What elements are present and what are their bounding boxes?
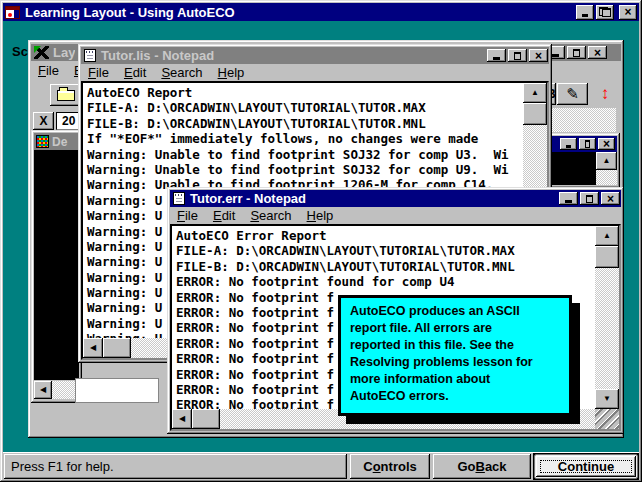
label-part: inue xyxy=(587,459,614,474)
fragment-close-button[interactable]: × xyxy=(598,138,615,150)
report-line: FILE-B: D:\ORCADWIN\LAYOUT\TUTORIAL\TUTO… xyxy=(87,116,523,131)
design-window: De ◀ xyxy=(31,130,82,403)
scroll-down-button[interactable]: ▼ xyxy=(595,389,619,409)
minimize-icon xyxy=(493,57,500,60)
layout-close-button[interactable]: × xyxy=(588,46,607,59)
tutor-err-menubar: FileEditSearchHelp xyxy=(170,207,621,224)
fragment-titlebar[interactable]: × xyxy=(549,136,617,152)
maximize-icon xyxy=(573,49,580,57)
toolbar-background xyxy=(552,108,616,132)
scrollbar-thumb[interactable] xyxy=(523,103,547,125)
minimize-icon xyxy=(582,14,588,17)
minimize-button[interactable] xyxy=(576,5,594,20)
close-icon: × xyxy=(603,138,610,150)
tutor-err-titlebar[interactable]: Tutor.err - Notepad × xyxy=(170,190,621,207)
scroll-up-button[interactable]: ▲ xyxy=(596,152,617,170)
tutor-lis-close-button[interactable]: × xyxy=(529,49,548,62)
label-part: t xyxy=(583,459,587,474)
maximize-icon xyxy=(585,140,590,148)
red-vertical-arrows-icon: ↕ xyxy=(601,84,610,104)
design-canvas[interactable] xyxy=(34,150,79,380)
report-line: Warning: Unable to find footprint SOJ32 … xyxy=(87,162,523,177)
label-part: B xyxy=(475,459,484,474)
scroll-up-icon: ▲ xyxy=(531,89,539,97)
report-line: AutoECO Report xyxy=(87,85,523,100)
tutor-lis-maximize-button[interactable] xyxy=(508,49,527,62)
tutor-lis-menubar: FileEditSearchHelp xyxy=(81,64,549,81)
edit-tool-button[interactable]: ✎ xyxy=(557,83,588,105)
error-line: ERROR: No footprint found for comp U4 xyxy=(176,274,595,289)
controls-button[interactable]: Controls xyxy=(350,454,430,479)
tutor-err-vscrollbar[interactable]: ▲ ▼ xyxy=(595,226,619,409)
tutor-lis-titlebar[interactable]: Tutor.lis - Notepad × xyxy=(81,47,549,64)
reconnect-tool-button[interactable]: ↕ xyxy=(591,82,619,106)
scrollbar-thumb[interactable] xyxy=(192,409,220,429)
tutor-err-maximize-button[interactable] xyxy=(580,192,599,205)
scrollbar-track[interactable] xyxy=(595,268,619,389)
fragment-vscrollbar[interactable]: ▲ xyxy=(596,152,617,185)
tutor-err-close-button[interactable]: × xyxy=(601,192,620,205)
layout-app-icon xyxy=(34,46,49,59)
open-file-button[interactable] xyxy=(50,84,81,106)
label-part: C xyxy=(363,459,372,474)
fragment-minimize-button[interactable] xyxy=(560,138,577,150)
restore-button[interactable] xyxy=(596,5,614,20)
maximize-icon xyxy=(586,195,593,203)
menu-item[interactable]: Help xyxy=(307,208,334,223)
report-line: Warning: Unable to find footprint SOJ32 … xyxy=(87,147,523,162)
error-line: FILE-B: D:\ORCADWIN\LAYOUT\TUTORIAL\TUTO… xyxy=(176,259,595,274)
menu-item[interactable]: Search xyxy=(250,208,291,223)
go-back-button[interactable]: Go Back xyxy=(433,454,531,479)
tutor-lis-title: Tutor.lis - Notepad xyxy=(101,48,214,63)
design-window-title: De xyxy=(52,135,67,149)
menu-item[interactable]: File xyxy=(38,63,59,78)
layout-bottom-panel xyxy=(75,378,159,403)
fragment-maximize-button[interactable] xyxy=(579,138,596,150)
scroll-left-button[interactable]: ◀ xyxy=(83,338,103,358)
scroll-down-icon: ▼ xyxy=(603,395,611,403)
desktop-area: Screen 5 of 9 Lay × FileE X 20 xyxy=(3,21,639,452)
tutor-err-title: Tutor.err - Notepad xyxy=(190,191,306,206)
continue-button[interactable]: Continue xyxy=(534,454,638,479)
maximize-icon xyxy=(514,52,521,60)
error-line: FILE-A: D:\ORCADWIN\LAYOUT\TUTORIAL\TUTO… xyxy=(176,243,595,258)
layout-maximize-button[interactable] xyxy=(567,46,586,59)
notepad-icon xyxy=(173,192,185,205)
tutorial-screenshot: Lay × FileE X 20 De xyxy=(28,40,624,438)
tutorial-callout: AutoECO produces an ASCII report file. A… xyxy=(338,295,572,416)
report-line: If "*EOF*" immediately follows, no chang… xyxy=(87,131,523,146)
scroll-up-icon: ▲ xyxy=(603,157,611,165)
menu-item[interactable]: Search xyxy=(161,65,202,80)
menu-item[interactable]: Help xyxy=(218,65,245,80)
design-icon xyxy=(36,135,49,148)
menu-item[interactable]: Edit xyxy=(124,65,146,80)
design-window-titlebar[interactable]: De xyxy=(34,133,79,150)
label-part: Go xyxy=(457,459,475,474)
menu-item[interactable]: File xyxy=(177,208,198,223)
app-titlebar[interactable]: Learning Layout - Using AutoECO × xyxy=(3,3,639,21)
resize-grip[interactable] xyxy=(595,409,619,429)
open-folder-icon xyxy=(57,90,75,101)
x-coordinate-button[interactable]: X xyxy=(33,112,54,130)
scroll-up-button[interactable]: ▲ xyxy=(595,226,619,246)
tutor-lis-minimize-button[interactable] xyxy=(487,49,506,62)
label-part: o xyxy=(373,459,381,474)
scrollbar-thumb[interactable] xyxy=(103,338,131,358)
scroll-up-button[interactable]: ▲ xyxy=(523,83,547,103)
scroll-left-button[interactable]: ◀ xyxy=(172,409,192,429)
scroll-left-button[interactable]: ◀ xyxy=(34,381,52,399)
tutor-err-minimize-button[interactable] xyxy=(559,192,578,205)
menu-item[interactable]: Edit xyxy=(213,208,235,223)
pencil-icon: ✎ xyxy=(566,85,579,103)
menu-item[interactable]: File xyxy=(88,65,109,80)
close-icon: × xyxy=(607,193,614,205)
app-icon xyxy=(5,6,20,19)
scroll-left-icon: ◀ xyxy=(179,415,185,423)
background-window-fragment: × ▲ xyxy=(546,133,620,188)
scrollbar-thumb[interactable] xyxy=(595,246,619,268)
design-hscrollbar: ◀ xyxy=(34,381,79,399)
close-button[interactable]: × xyxy=(619,5,637,20)
label-part: ntrols xyxy=(381,459,417,474)
label-part: ack xyxy=(485,459,507,474)
close-icon: × xyxy=(594,47,601,59)
